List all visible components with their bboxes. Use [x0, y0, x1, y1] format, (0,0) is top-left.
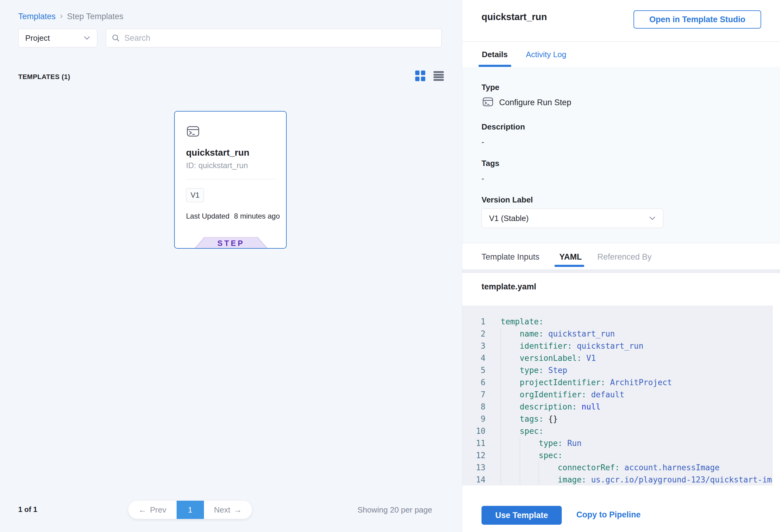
- editor-scrollbar[interactable]: [772, 305, 780, 485]
- yaml-line: 10 spec:: [462, 425, 772, 437]
- description-value: -: [482, 137, 484, 147]
- list-view-icon[interactable]: [434, 70, 444, 82]
- template-card[interactable]: quickstart_run ID: quickstart_run V1 Las…: [174, 111, 287, 249]
- yaml-line: 1template:: [462, 316, 772, 328]
- arrow-right-icon: →: [234, 505, 242, 515]
- next-label: Next: [214, 505, 230, 515]
- yaml-editor[interactable]: 1template:2 name: quickstart_run3 identi…: [462, 305, 780, 485]
- chevron-down-icon: [649, 216, 656, 221]
- active-tab-indicator: [479, 65, 511, 67]
- card-last-updated: Last Updated 8 minutes ago: [186, 212, 280, 221]
- yaml-line: 13 connectorRef: account.harnessImage: [462, 462, 772, 474]
- tab-activity-log[interactable]: Activity Log: [526, 50, 566, 59]
- description-label: Description: [482, 122, 525, 132]
- yaml-code-lines: 1template:2 name: quickstart_run3 identi…: [462, 305, 772, 485]
- search-icon: [111, 34, 120, 42]
- prev-label: Prev: [150, 505, 166, 515]
- run-step-terminal-icon: [482, 95, 494, 108]
- yaml-line: 3 identifier: quickstart_run: [462, 340, 772, 352]
- breadcrumb-templates-link[interactable]: Templates: [18, 12, 56, 21]
- yaml-line: 2 name: quickstart_run: [462, 328, 772, 340]
- breadcrumb: Templates › Step Templates: [18, 11, 124, 21]
- search-input[interactable]: [124, 34, 436, 43]
- tab-yaml[interactable]: YAML: [559, 252, 582, 262]
- page-1-button[interactable]: 1: [177, 501, 204, 519]
- open-template-studio-button[interactable]: Open in Template Studio: [633, 10, 761, 29]
- templates-list-panel: Templates › Step Templates Project TEMPL…: [0, 0, 462, 532]
- yaml-line: 14 image: us.gcr.io/playground-123/quick…: [462, 474, 772, 485]
- yaml-line: 4 versionLabel: V1: [462, 352, 772, 364]
- pagination: ← Prev 1 Next →: [128, 501, 252, 519]
- page-count: 1 of 1: [18, 505, 37, 514]
- yaml-file-name: template.yaml: [482, 282, 536, 292]
- section-gap: [462, 269, 780, 273]
- showing-per-page: Showing 20 per page: [357, 505, 446, 515]
- tab-template-inputs[interactable]: Template Inputs: [482, 252, 540, 262]
- yaml-line: 11 type: Run: [462, 437, 772, 449]
- grid-view-icon[interactable]: [415, 70, 426, 82]
- step-badge-label: STEP: [195, 237, 267, 249]
- tab-referenced-by[interactable]: Referenced By: [597, 252, 652, 262]
- prev-page-button[interactable]: ← Prev: [128, 501, 177, 519]
- tab-details[interactable]: Details: [482, 50, 508, 59]
- yaml-line: 9 tags: {}: [462, 413, 772, 425]
- last-updated-label: Last Updated: [186, 212, 230, 221]
- header-divider: [462, 41, 780, 42]
- card-title: quickstart_run: [186, 147, 249, 158]
- active-subtab-indicator: [554, 265, 584, 267]
- scope-dropdown[interactable]: Project: [18, 29, 97, 47]
- type-label: Type: [482, 83, 499, 92]
- view-toggle: [415, 70, 444, 82]
- run-step-terminal-icon: [185, 124, 201, 139]
- step-type-badge: STEP: [195, 237, 267, 249]
- next-page-button[interactable]: Next →: [204, 501, 252, 519]
- version-badge: V1: [186, 188, 204, 202]
- use-template-button[interactable]: Use Template: [482, 506, 562, 525]
- scope-dropdown-value: Project: [25, 34, 50, 43]
- yaml-line: 6 projectIdentifier: ArchitProject: [462, 376, 772, 389]
- tags-value: -: [482, 174, 484, 183]
- copy-to-pipeline-link[interactable]: Copy to Pipeline: [576, 510, 641, 520]
- yaml-line: 8 description: null: [462, 401, 772, 413]
- search-box[interactable]: [106, 29, 442, 47]
- card-divider: [186, 179, 276, 179]
- templates-count-label: TEMPLATES (1): [18, 73, 70, 81]
- yaml-line: 12 spec:: [462, 449, 772, 462]
- breadcrumb-current: Step Templates: [67, 12, 124, 21]
- version-select[interactable]: V1 (Stable): [482, 208, 663, 228]
- tags-label: Tags: [482, 159, 499, 168]
- card-id: ID: quickstart_run: [186, 161, 248, 170]
- chevron-right-icon: ›: [60, 11, 63, 21]
- details-title: quickstart_run: [482, 11, 547, 22]
- version-select-value: V1 (Stable): [489, 214, 529, 223]
- type-value: Configure Run Step: [499, 98, 571, 107]
- yaml-line: 7 orgIdentifier: default: [462, 389, 772, 401]
- last-updated-value: 8 minutes ago: [234, 212, 280, 221]
- chevron-down-icon: [84, 36, 90, 40]
- arrow-left-icon: ←: [139, 505, 147, 515]
- version-label: Version Label: [482, 195, 533, 205]
- yaml-line: 5 type: Step: [462, 364, 772, 376]
